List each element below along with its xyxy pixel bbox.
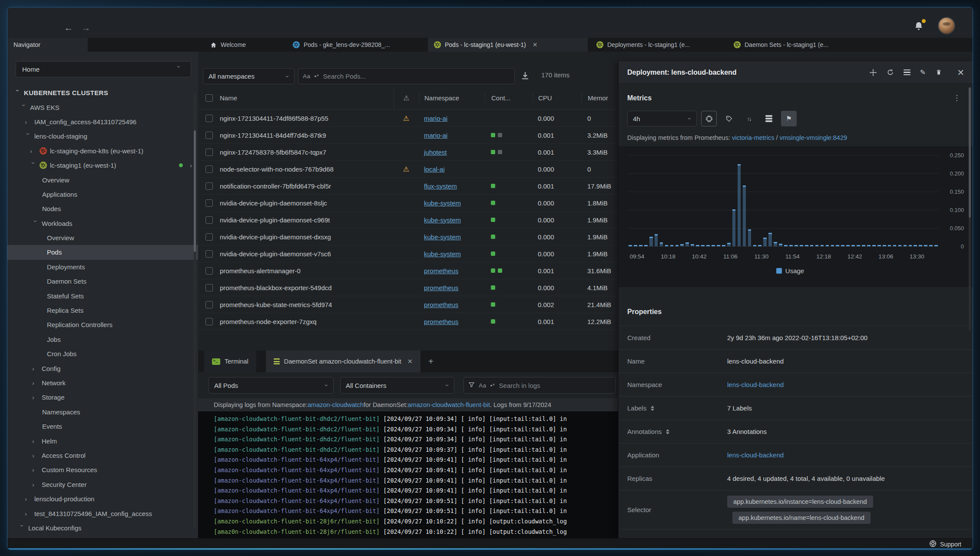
property-value[interactable]: lens-cloud-backend <box>727 451 784 459</box>
chart-bar[interactable] <box>774 242 777 246</box>
pod-row[interactable]: notification-controller-7bfbfd6479-cbl5r… <box>198 178 618 195</box>
sidebar-item-helm[interactable]: ›Helm <box>7 434 198 448</box>
pod-row[interactable]: prometheus-kube-state-metrics-5fd974prom… <box>198 296 618 313</box>
row-checkbox[interactable] <box>205 149 213 156</box>
row-checkbox[interactable] <box>205 250 213 258</box>
chart-bar[interactable] <box>888 245 891 246</box>
chevron-down-icon[interactable]: › <box>19 525 26 534</box>
chevron-down-icon[interactable]: › <box>32 220 40 229</box>
chart-bar[interactable] <box>738 164 741 246</box>
chevron-right-icon[interactable]: › <box>32 466 42 473</box>
chart-bar[interactable] <box>706 245 710 246</box>
sidebar-item-aws-eks[interactable]: ›AWS EKS <box>7 100 198 114</box>
match-case-icon[interactable]: Aa <box>479 382 487 389</box>
chevron-down-icon[interactable]: › <box>25 133 32 142</box>
chart-bar[interactable] <box>634 245 637 246</box>
sidebar-item-iam-config-access-841310725496[interactable]: ›IAM_config_access-841310725496 <box>7 115 198 129</box>
chart-bar[interactable] <box>914 245 917 246</box>
sidebar-item-lc-staging1-eu-west-1-[interactable]: ›lc-staging1 (eu-west-1)› <box>7 158 198 172</box>
detach-panel-icon[interactable] <box>869 69 877 76</box>
sidebar-item-stateful-sets[interactable]: Stateful Sets <box>7 288 198 303</box>
chart-bar[interactable] <box>768 233 772 246</box>
chart-bar[interactable] <box>629 245 632 246</box>
namespace-link[interactable]: prometheus <box>424 301 458 308</box>
prometheus-service-link[interactable]: vmsingle-vmsingle:8429 <box>780 134 848 141</box>
namespace-link[interactable]: juhotest <box>424 149 447 156</box>
sidebar-item-overview[interactable]: Overview <box>7 172 198 187</box>
new-dock-tab-button[interactable]: + <box>428 357 434 367</box>
sidebar-item-replication-controllers[interactable]: Replication Controllers <box>7 318 198 332</box>
sidebar-item-replica-sets[interactable]: Replica Sets <box>7 303 198 318</box>
chart-bar[interactable] <box>857 245 860 246</box>
chart-bar[interactable] <box>929 245 933 246</box>
pod-row[interactable]: nvidia-device-plugin-daemonset-v7sc6kube… <box>198 245 618 262</box>
row-checkbox[interactable] <box>205 182 213 190</box>
tab-daemon-sets-lc-staging1-e-[interactable]: Daemon Sets - lc-staging1 (e... <box>728 38 867 52</box>
row-checkbox[interactable] <box>205 267 213 275</box>
column-name[interactable]: Name <box>220 94 394 102</box>
namespace-link[interactable]: amazon-cloudwatch <box>308 401 364 408</box>
chart-bar[interactable] <box>691 244 694 246</box>
cpu-metric-button[interactable] <box>701 111 717 126</box>
chart-bar[interactable] <box>831 245 834 246</box>
namespace-link[interactable]: mario-ai <box>424 132 447 139</box>
column-memory[interactable]: Memor <box>581 93 618 104</box>
sidebar-item-test-841310725496-iam-config-acces[interactable]: ›test_841310725496_IAM_config_access <box>7 506 198 520</box>
sidebar-item-lc-staging-demo-k8s-eu-west-1-[interactable]: ›lc-staging-demo-k8s (eu-west-1) <box>7 144 198 158</box>
chart-bar[interactable] <box>660 242 663 246</box>
pod-row[interactable]: nvidia-device-plugin-daemonset-c969tkube… <box>198 212 618 228</box>
chevron-right-icon[interactable]: › <box>32 365 42 372</box>
chart-bar[interactable] <box>748 229 752 246</box>
chart-bar[interactable] <box>789 245 793 246</box>
match-case-icon[interactable]: Aa <box>303 73 311 79</box>
chevron-right-icon[interactable]: › <box>25 118 34 126</box>
chart-bar[interactable] <box>685 242 689 246</box>
sidebar-item-storage[interactable]: ›Storage <box>7 390 198 404</box>
chevron-right-icon[interactable]: › <box>32 394 42 401</box>
selector-badge[interactable]: app.kubernetes.io/instance=lens-cloud-ba… <box>727 496 873 508</box>
tag-icon-button[interactable] <box>721 111 737 126</box>
chart-bar[interactable] <box>722 245 725 246</box>
close-icon[interactable]: ✕ <box>407 358 413 365</box>
chart-bar[interactable] <box>800 245 803 246</box>
close-panel-icon[interactable]: ✕ <box>957 67 964 78</box>
chevron-right-icon[interactable]: › <box>25 495 34 503</box>
chevron-right-icon[interactable]: › <box>30 147 40 155</box>
chart-bar[interactable] <box>909 245 912 246</box>
sidebar-item-applications[interactable]: Applications <box>7 187 198 202</box>
warning-column-icon[interactable]: ⚠ <box>403 94 409 102</box>
sidebar-item-security-center[interactable]: ›Security Center <box>7 477 198 492</box>
sidebar-item-namespaces[interactable]: Namespaces <box>7 405 198 419</box>
sidebar-item-kubernetes-clusters[interactable]: ›KUBERNETES CLUSTERS <box>7 86 198 100</box>
log-pods-filter-select[interactable]: All Pods › <box>209 377 334 394</box>
chart-bar[interactable] <box>826 245 829 246</box>
row-checkbox[interactable] <box>205 132 213 139</box>
namespace-link[interactable]: prometheus <box>424 318 458 325</box>
chart-bar[interactable] <box>898 245 902 246</box>
namespace-link[interactable]: kube-system <box>424 199 461 207</box>
chart-bar[interactable] <box>872 245 876 246</box>
pod-row[interactable]: prometheus-node-exporter-7zgxqprometheus… <box>198 313 618 330</box>
chevron-down-icon[interactable]: › <box>30 162 37 172</box>
chart-bar[interactable] <box>712 245 715 246</box>
namespace-link[interactable]: kube-system <box>424 233 461 241</box>
pods-search-input[interactable] <box>323 73 510 80</box>
select-all-checkbox[interactable] <box>205 94 213 102</box>
chart-bar[interactable] <box>680 244 684 246</box>
row-checkbox[interactable] <box>205 318 213 325</box>
sidebar-item-workloads[interactable]: ›Workloads <box>7 216 198 231</box>
sidebar-item-jobs[interactable]: Jobs <box>7 332 198 347</box>
chart-bar[interactable] <box>732 209 736 246</box>
chart-bar[interactable] <box>763 238 767 246</box>
namespace-link[interactable]: prometheus <box>424 267 458 275</box>
sidebar-item-custom-resources[interactable]: ›Custom Resources <box>7 463 198 477</box>
chart-bar[interactable] <box>815 245 819 246</box>
row-checkbox[interactable] <box>205 115 213 122</box>
chart-bar[interactable] <box>883 245 886 246</box>
catalog-selector[interactable]: Home › <box>16 61 191 77</box>
chart-bar[interactable] <box>846 245 850 246</box>
selector-badge[interactable]: app.kubernetes.io/name=lens-cloud-backen… <box>732 512 871 524</box>
chart-bar[interactable] <box>639 245 642 246</box>
pod-row[interactable]: prometheus-alertmanager-0prometheus0.001… <box>198 262 618 279</box>
edit-pencil-icon[interactable]: ✎ <box>920 68 926 76</box>
